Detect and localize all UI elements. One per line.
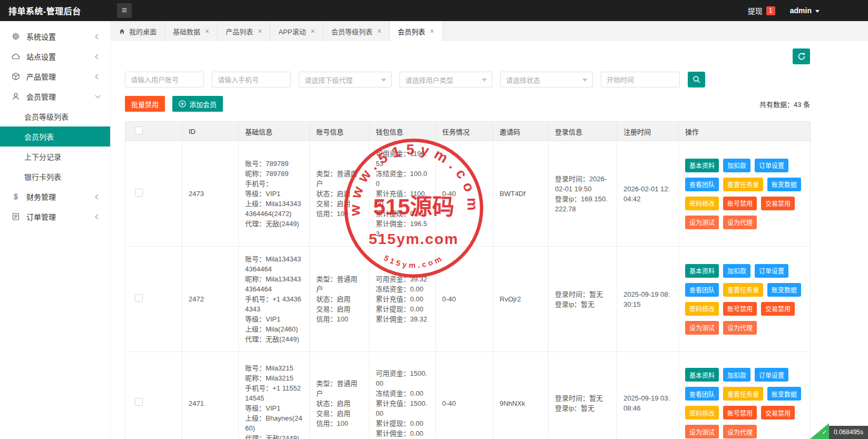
agent-select[interactable]: 请选择下级代理	[299, 72, 392, 87]
account-info-cell: 类型：普通用户 状态：启用 交易：启用 信用：100	[310, 247, 369, 352]
action-balance-log-button[interactable]: 账变数据	[767, 178, 801, 191]
row-checkbox[interactable]	[135, 189, 143, 197]
corner-ribbon-icon: ✓	[810, 423, 829, 439]
action-adjust-funds-button[interactable]: 加扣款	[723, 368, 750, 382]
sidebar-item-member-level-list[interactable]: 会员等级列表	[0, 106, 110, 126]
tab-app-scroll[interactable]: APP滚动 ×	[270, 21, 323, 41]
tab-member-list[interactable]: 会员列表 ×	[390, 21, 443, 41]
table-toolbar: 批量禁用 添加会员 共有数据：43 条	[125, 96, 810, 112]
action-disable-account-button[interactable]: 账号禁用	[723, 406, 757, 420]
action-set-agent-button[interactable]: 设为代理	[723, 216, 757, 229]
col-header-register-time: 注册时间	[617, 122, 679, 141]
action-view-team-button[interactable]: 查看团队	[685, 283, 719, 297]
close-icon[interactable]: ×	[258, 27, 262, 35]
close-icon[interactable]: ×	[205, 27, 209, 35]
refresh-button[interactable]	[793, 48, 810, 64]
action-order-settings-button[interactable]: 订单设置	[755, 368, 788, 382]
action-view-team-button[interactable]: 查看团队	[685, 387, 719, 401]
action-set-test-button[interactable]: 设为测试	[685, 216, 719, 229]
action-reset-task-button[interactable]: 重置任务量	[723, 283, 763, 297]
action-adjust-funds-button[interactable]: 加扣款	[723, 159, 750, 172]
select-all-checkbox[interactable]	[135, 126, 143, 134]
chevron-left-icon	[95, 214, 101, 219]
load-time-label: 0.068495s	[829, 426, 868, 439]
action-reset-task-button[interactable]: 重置任务量	[723, 387, 763, 401]
task-status-cell: 0-40	[436, 247, 493, 352]
hamburger-menu-button[interactable]: ≡	[117, 3, 132, 18]
account-info-cell: 类型：普通用户 状态：启用 交易：启用 信用：100	[310, 352, 369, 439]
sidebar-item-bank-card-list[interactable]: 银行卡列表	[0, 167, 110, 187]
action-change-password-button[interactable]: 密码修改	[685, 302, 719, 316]
tab-my-desktop[interactable]: 我的桌面	[111, 21, 165, 41]
col-header-login-info: 登录信息	[549, 122, 617, 141]
topbar-right: 提现 1 admin	[748, 5, 868, 16]
action-set-agent-button[interactable]: 设为代理	[723, 425, 757, 438]
search-button[interactable]	[688, 72, 705, 87]
row-checkbox[interactable]	[135, 398, 143, 406]
status-select[interactable]: 请选择状态	[500, 72, 593, 87]
close-icon[interactable]: ×	[310, 27, 315, 35]
action-set-test-button[interactable]: 设为测试	[685, 425, 719, 438]
action-basic-info-button[interactable]: 基本资料	[685, 264, 719, 278]
total-count-label: 共有数据：43 条	[759, 99, 810, 109]
member-submenu: 会员等级列表 会员列表 上下分记录 银行卡列表	[0, 106, 110, 187]
action-set-test-button[interactable]: 设为测试	[685, 321, 719, 335]
sidebar-item-label: 产品管理	[26, 71, 96, 82]
basic-info-cell: 账号：Mila1343434364464 昵称：Mila134343436446…	[239, 247, 310, 352]
action-disable-trade-button[interactable]: 交易禁用	[761, 406, 795, 420]
action-view-team-button[interactable]: 查看团队	[685, 178, 719, 191]
register-time-cell: 2026-02-01 12:04:42	[617, 141, 679, 247]
sidebar-item-member-list[interactable]: 会员列表	[0, 126, 110, 147]
phone-input[interactable]	[212, 72, 291, 87]
sidebar-item-finance-management[interactable]: $ 财务管理	[0, 187, 110, 207]
sidebar-item-product-management[interactable]: 产品管理	[0, 66, 110, 86]
member-table-body: 2473 账号：789789 昵称：789789 手机号： 等级：VIP1 上级…	[125, 141, 811, 439]
sidebar-item-order-management[interactable]: 订单管理	[0, 207, 110, 227]
action-disable-trade-button[interactable]: 交易禁用	[761, 197, 795, 210]
batch-disable-button[interactable]: 批量禁用	[125, 96, 165, 112]
action-order-settings-button[interactable]: 订单设置	[755, 159, 788, 172]
action-order-settings-button[interactable]: 订单设置	[755, 264, 788, 278]
close-icon[interactable]: ×	[430, 27, 434, 35]
chevron-down-icon	[582, 79, 588, 82]
action-reset-task-button[interactable]: 重置任务量	[723, 178, 763, 191]
user-menu[interactable]: admin	[790, 6, 820, 15]
sidebar-item-label: 会员管理	[26, 91, 96, 102]
col-header-account-info: 账号信息	[310, 122, 369, 141]
add-member-button[interactable]: 添加会员	[172, 96, 223, 112]
account-input[interactable]	[125, 72, 204, 87]
task-status-cell: 0-40	[436, 352, 493, 439]
cloud-icon	[12, 52, 20, 61]
action-disable-trade-button[interactable]: 交易禁用	[761, 302, 795, 316]
sidebar-item-member-management[interactable]: 会员管理	[0, 86, 110, 106]
tab-member-level-list[interactable]: 会员等级列表 ×	[324, 21, 390, 41]
user-type-select[interactable]: 请选择用户类型	[399, 72, 492, 87]
tab-product-list[interactable]: 产品列表 ×	[218, 21, 270, 41]
col-header-basic-info: 基础信息	[239, 122, 310, 141]
sidebar-item-system-settings[interactable]: 系统设置	[0, 26, 110, 46]
sidebar-item-site-settings[interactable]: 站点设置	[0, 46, 110, 66]
action-set-agent-button[interactable]: 设为代理	[723, 321, 757, 335]
hamburger-icon: ≡	[122, 5, 127, 16]
chevron-left-icon	[95, 34, 101, 39]
close-icon[interactable]: ×	[377, 27, 382, 35]
register-time-cell: 2025-09-19 03:08:46	[617, 352, 679, 439]
tab-basic-data[interactable]: 基础数据 ×	[165, 21, 218, 41]
action-disable-account-button[interactable]: 账号禁用	[723, 302, 757, 316]
action-balance-log-button[interactable]: 账变数据	[767, 283, 801, 297]
withdraw-label: 提现	[748, 5, 763, 16]
action-change-password-button[interactable]: 密码修改	[685, 406, 719, 420]
withdraw-link[interactable]: 提现 1	[748, 5, 775, 16]
action-change-password-button[interactable]: 密码修改	[685, 197, 719, 210]
login-info-cell: 登录时间：2026-02-01 19:50 登录ip：169.150.222.7…	[549, 141, 617, 247]
action-basic-info-button[interactable]: 基本资料	[685, 368, 719, 382]
action-adjust-funds-button[interactable]: 加扣款	[723, 264, 750, 278]
action-basic-info-button[interactable]: 基本资料	[685, 159, 719, 172]
start-time-input[interactable]	[601, 72, 680, 87]
action-balance-log-button[interactable]: 账变数据	[767, 387, 801, 401]
order-list-icon	[12, 212, 20, 221]
action-disable-account-button[interactable]: 账号禁用	[723, 197, 757, 210]
member-table: ID 基础信息 账号信息 钱包信息 任务情况 邀请码 登录信息 注册时间 操作 …	[125, 121, 811, 439]
sidebar-item-score-records[interactable]: 上下分记录	[0, 147, 110, 167]
row-checkbox[interactable]	[135, 294, 143, 302]
